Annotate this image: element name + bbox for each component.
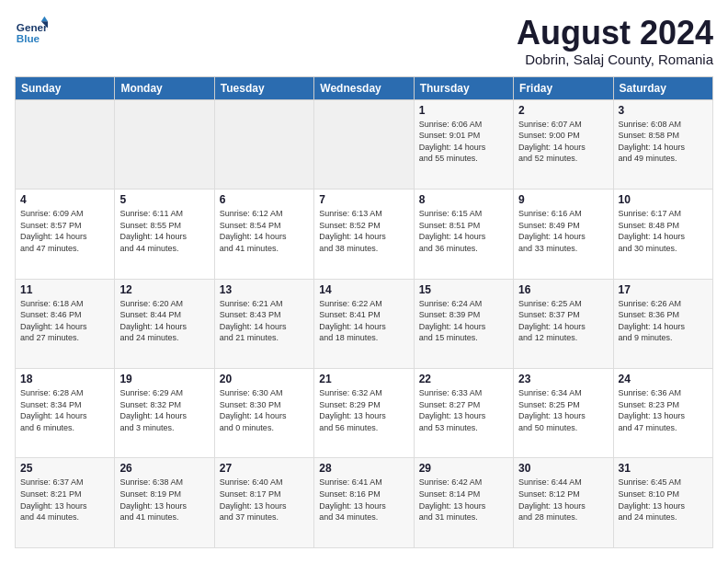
calendar-cell: 28Sunrise: 6:41 AMSunset: 8:16 PMDayligh… xyxy=(314,458,414,548)
logo-icon: General Blue xyxy=(15,15,48,48)
day-number: 16 xyxy=(518,283,608,296)
day-info: Sunrise: 6:34 AMSunset: 8:25 PMDaylight:… xyxy=(518,387,608,433)
calendar-cell: 25Sunrise: 6:37 AMSunset: 8:21 PMDayligh… xyxy=(16,458,115,548)
day-number: 14 xyxy=(319,283,408,296)
day-number: 19 xyxy=(119,373,209,385)
calendar-cell: 26Sunrise: 6:38 AMSunset: 8:19 PMDayligh… xyxy=(115,458,214,548)
day-number: 21 xyxy=(319,373,408,385)
calendar-cell xyxy=(314,99,414,189)
day-number: 17 xyxy=(619,283,708,296)
day-number: 11 xyxy=(20,283,109,296)
calendar-week-4: 18Sunrise: 6:28 AMSunset: 8:34 PMDayligh… xyxy=(16,369,713,458)
day-number: 13 xyxy=(220,283,309,296)
calendar-cell: 31Sunrise: 6:45 AMSunset: 8:10 PMDayligh… xyxy=(613,458,712,548)
day-info: Sunrise: 6:36 AMSunset: 8:23 PMDaylight:… xyxy=(619,387,708,433)
calendar-cell: 12Sunrise: 6:20 AMSunset: 8:44 PMDayligh… xyxy=(115,279,214,368)
day-info: Sunrise: 6:44 AMSunset: 8:12 PMDaylight:… xyxy=(518,477,608,523)
calendar-cell: 9Sunrise: 6:16 AMSunset: 8:49 PMDaylight… xyxy=(514,190,613,279)
day-info: Sunrise: 6:11 AMSunset: 8:55 PMDaylight:… xyxy=(119,208,209,254)
day-number: 5 xyxy=(119,193,209,206)
col-sunday: Sunday xyxy=(16,76,115,99)
day-number: 25 xyxy=(20,462,109,475)
location: Dobrin, Salaj County, Romania xyxy=(517,52,713,67)
day-info: Sunrise: 6:38 AMSunset: 8:19 PMDaylight:… xyxy=(119,477,209,523)
calendar-cell: 16Sunrise: 6:25 AMSunset: 8:37 PMDayligh… xyxy=(514,279,613,368)
logo: General Blue xyxy=(15,15,48,48)
header-right: August 2024 Dobrin, Salaj County, Romani… xyxy=(517,15,713,67)
calendar-cell: 10Sunrise: 6:17 AMSunset: 8:48 PMDayligh… xyxy=(613,190,712,279)
day-info: Sunrise: 6:30 AMSunset: 8:30 PMDaylight:… xyxy=(220,387,309,433)
svg-marker-2 xyxy=(41,17,48,21)
calendar-cell: 2Sunrise: 6:07 AMSunset: 9:00 PMDaylight… xyxy=(514,99,613,189)
day-info: Sunrise: 6:20 AMSunset: 8:44 PMDaylight:… xyxy=(119,298,209,344)
calendar-cell: 23Sunrise: 6:34 AMSunset: 8:25 PMDayligh… xyxy=(514,369,613,458)
calendar-cell: 24Sunrise: 6:36 AMSunset: 8:23 PMDayligh… xyxy=(613,369,712,458)
day-info: Sunrise: 6:15 AMSunset: 8:51 PMDaylight:… xyxy=(419,208,508,254)
day-number: 23 xyxy=(518,373,608,385)
day-number: 22 xyxy=(419,373,508,385)
calendar-cell: 11Sunrise: 6:18 AMSunset: 8:46 PMDayligh… xyxy=(16,279,115,368)
day-number: 26 xyxy=(119,462,209,475)
day-info: Sunrise: 6:18 AMSunset: 8:46 PMDaylight:… xyxy=(20,298,109,344)
calendar-header-row: Sunday Monday Tuesday Wednesday Thursday… xyxy=(16,76,713,99)
day-info: Sunrise: 6:12 AMSunset: 8:54 PMDaylight:… xyxy=(220,208,309,254)
day-number: 15 xyxy=(419,283,508,296)
day-info: Sunrise: 6:40 AMSunset: 8:17 PMDaylight:… xyxy=(220,477,309,523)
day-info: Sunrise: 6:24 AMSunset: 8:39 PMDaylight:… xyxy=(419,298,508,344)
day-number: 24 xyxy=(619,373,708,385)
calendar-cell: 27Sunrise: 6:40 AMSunset: 8:17 PMDayligh… xyxy=(214,458,313,548)
calendar-cell: 4Sunrise: 6:09 AMSunset: 8:57 PMDaylight… xyxy=(16,190,115,279)
calendar-week-5: 25Sunrise: 6:37 AMSunset: 8:21 PMDayligh… xyxy=(16,458,713,548)
calendar-cell: 19Sunrise: 6:29 AMSunset: 8:32 PMDayligh… xyxy=(115,369,214,458)
calendar-cell: 6Sunrise: 6:12 AMSunset: 8:54 PMDaylight… xyxy=(214,190,313,279)
calendar-cell: 22Sunrise: 6:33 AMSunset: 8:27 PMDayligh… xyxy=(414,369,513,458)
day-number: 4 xyxy=(20,193,109,206)
calendar-cell xyxy=(16,99,115,189)
col-monday: Monday xyxy=(115,76,214,99)
page: General Blue August 2024 Dobrin, Salaj C… xyxy=(0,0,728,563)
day-info: Sunrise: 6:25 AMSunset: 8:37 PMDaylight:… xyxy=(518,298,608,344)
day-number: 31 xyxy=(619,462,708,475)
calendar-cell: 8Sunrise: 6:15 AMSunset: 8:51 PMDaylight… xyxy=(414,190,513,279)
day-info: Sunrise: 6:29 AMSunset: 8:32 PMDaylight:… xyxy=(119,387,209,433)
day-number: 18 xyxy=(20,373,109,385)
day-number: 6 xyxy=(220,193,309,206)
day-info: Sunrise: 6:08 AMSunset: 8:58 PMDaylight:… xyxy=(619,119,708,165)
calendar-cell: 29Sunrise: 6:42 AMSunset: 8:14 PMDayligh… xyxy=(414,458,513,548)
col-thursday: Thursday xyxy=(414,76,513,99)
day-info: Sunrise: 6:28 AMSunset: 8:34 PMDaylight:… xyxy=(20,387,109,433)
day-number: 29 xyxy=(419,462,508,475)
month-year: August 2024 xyxy=(517,15,713,52)
day-info: Sunrise: 6:06 AMSunset: 9:01 PMDaylight:… xyxy=(419,119,508,165)
day-number: 30 xyxy=(518,462,608,475)
day-info: Sunrise: 6:26 AMSunset: 8:36 PMDaylight:… xyxy=(619,298,708,344)
day-info: Sunrise: 6:37 AMSunset: 8:21 PMDaylight:… xyxy=(20,477,109,523)
day-info: Sunrise: 6:09 AMSunset: 8:57 PMDaylight:… xyxy=(20,208,109,254)
calendar-cell xyxy=(115,99,214,189)
calendar-cell: 20Sunrise: 6:30 AMSunset: 8:30 PMDayligh… xyxy=(214,369,313,458)
calendar-cell: 17Sunrise: 6:26 AMSunset: 8:36 PMDayligh… xyxy=(613,279,712,368)
day-number: 10 xyxy=(619,193,708,206)
col-tuesday: Tuesday xyxy=(214,76,313,99)
calendar-cell xyxy=(214,99,313,189)
svg-text:Blue: Blue xyxy=(17,32,40,44)
day-number: 27 xyxy=(220,462,309,475)
day-info: Sunrise: 6:07 AMSunset: 9:00 PMDaylight:… xyxy=(518,119,608,165)
day-number: 20 xyxy=(220,373,309,385)
calendar-table: Sunday Monday Tuesday Wednesday Thursday… xyxy=(15,76,713,548)
calendar-cell: 21Sunrise: 6:32 AMSunset: 8:29 PMDayligh… xyxy=(314,369,414,458)
calendar-cell: 30Sunrise: 6:44 AMSunset: 8:12 PMDayligh… xyxy=(514,458,613,548)
day-info: Sunrise: 6:42 AMSunset: 8:14 PMDaylight:… xyxy=(419,477,508,523)
day-number: 2 xyxy=(518,104,608,117)
day-info: Sunrise: 6:16 AMSunset: 8:49 PMDaylight:… xyxy=(518,208,608,254)
day-info: Sunrise: 6:33 AMSunset: 8:27 PMDaylight:… xyxy=(419,387,508,433)
top-section: General Blue August 2024 Dobrin, Salaj C… xyxy=(15,15,713,67)
calendar-cell: 7Sunrise: 6:13 AMSunset: 8:52 PMDaylight… xyxy=(314,190,414,279)
day-info: Sunrise: 6:45 AMSunset: 8:10 PMDaylight:… xyxy=(619,477,708,523)
calendar-cell: 15Sunrise: 6:24 AMSunset: 8:39 PMDayligh… xyxy=(414,279,513,368)
day-info: Sunrise: 6:21 AMSunset: 8:43 PMDaylight:… xyxy=(220,298,309,344)
col-saturday: Saturday xyxy=(613,76,712,99)
day-info: Sunrise: 6:41 AMSunset: 8:16 PMDaylight:… xyxy=(319,477,408,523)
day-number: 9 xyxy=(518,193,608,206)
calendar-cell: 13Sunrise: 6:21 AMSunset: 8:43 PMDayligh… xyxy=(214,279,313,368)
